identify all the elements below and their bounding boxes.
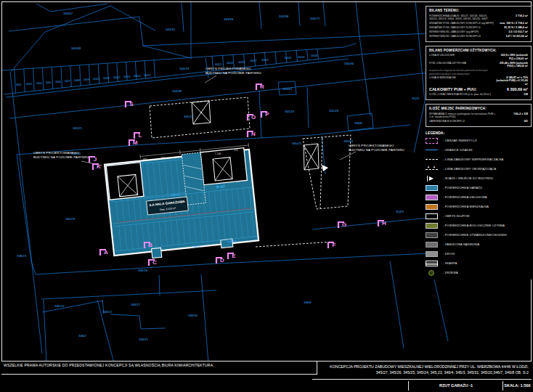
parcel-label: 345/23 — [285, 110, 295, 113]
parcel-label: 344/31 — [285, 57, 292, 60]
parcel-label: 344/8 — [74, 79, 80, 82]
panel-row: POW. USŁUGOWA UŻYTKOWA235,44 x 80% (wska… — [429, 62, 528, 68]
legend-item: - OBRYS SŁUPÓW — [426, 213, 532, 219]
panel-row-value: 141 — [496, 120, 528, 123]
legend-item-label: - GRANICE DZIAŁEK — [443, 148, 473, 152]
parcel-label: 344/7 — [65, 80, 70, 83]
outline-annotation-line2: BUDYNKU NA POZIOMIE PARTERU — [349, 148, 404, 152]
parcel-label: 344/13 — [123, 75, 131, 78]
legend-item-label: - SKARPA — [443, 261, 457, 265]
entrance-letter: K — [97, 163, 101, 170]
legend-item: - POWIERZCHNIE UTWARDZONE/CHODNIKI — [426, 232, 532, 238]
legend-item-label: - POWIERZCHNIA GARAŻU — [443, 186, 482, 189]
panel-row: WSKAŹNIK POW. ZABUDOWY KONCEPCJI91,15 % … — [429, 26, 528, 29]
ground-floor-outline-north — [150, 97, 250, 138]
outline-annotation-line1: OBRYS PROJEKTOWANEGO — [33, 151, 79, 155]
total-pum-value: 6 300,69 m² — [490, 87, 528, 92]
setback-line-swatch — [426, 157, 438, 163]
parcel-label: 345/20 — [227, 240, 237, 243]
parcel-label: 346/4 — [192, 245, 200, 248]
parcel-label: 346/17 — [131, 303, 141, 306]
panel-row: WSKAŹNIK POW. ZABUDOWY KONCEPCJI (wg MPZ… — [429, 22, 528, 25]
legend-item: - SKARPA — [426, 261, 532, 266]
parcel-label: 343/32 — [282, 87, 293, 91]
parking-title: ILOŚĆ MIEJSC PARKINGOWYCH: — [429, 107, 528, 110]
parcel-label: 344/38 — [172, 89, 182, 93]
entrance-letter: N — [251, 131, 256, 137]
legend-item-label: - POWIERZCHNIA BIOLOGICZNIE CZYNNA — [443, 224, 505, 227]
legend-item: - DROGI — [426, 251, 532, 257]
drawing-scale: SKALA: 1:500 — [503, 381, 532, 391]
parcel-label: 346/18 — [138, 269, 148, 272]
parcel-label: 345/28 — [329, 109, 339, 113]
legend-item: - OBSZAR INWESTYCJI — [426, 138, 532, 144]
outline-annotation-line1: OBRYS PROJEKTOWANEGO — [349, 144, 394, 147]
legend-item-label: - POWIERZCHNIE UTWARDZONE/CHODNIKI — [443, 233, 507, 237]
legend-item-label: - OBRYS SŁUPÓW — [443, 214, 470, 218]
parcel-label: 344/25 — [238, 61, 245, 64]
legend-item: - POWIERZCHNIA USŁUGOWA — [426, 195, 532, 200]
mandatory-line-swatch — [426, 166, 438, 172]
legend-item: - ZABUDOWA SĄSIEDNIA — [426, 242, 532, 248]
parcel-label: 344/10 — [93, 78, 100, 81]
parcel-label: 343/39 — [224, 17, 234, 21]
legend-item-label: - POWIERZCHNIA MIESZKALNA — [443, 205, 489, 208]
total-pum-label: CAŁKOWITY PUM + PUU: — [429, 87, 490, 92]
parcel-label: 344/9 — [84, 78, 89, 81]
dimension-value: 1 140 — [215, 152, 221, 155]
legend-item: - POWIERZCHNIA GARAŻU — [426, 185, 532, 191]
parcel-label: 343/38 — [279, 15, 289, 18]
panel-row-label: POW. USŁUGOWA UŻYTKOWA — [429, 62, 496, 65]
panel-row-label: INTENSYWNOŚĆ ZABUDOWY KONCEPCJI — [429, 35, 496, 38]
entrance-letter: P — [265, 111, 269, 118]
parcel-label: 344/27 — [250, 60, 257, 62]
green-area-swatch — [426, 223, 438, 229]
parcel-label: 354/9 — [396, 210, 404, 213]
parcel-label: 338/23 — [17, 254, 27, 258]
panel-row: POWIERZCHNIA DZIAŁKI: 345/27, 345/26, 34… — [429, 15, 528, 21]
panel-row-value: 262,9 x 90% (wskaźnik PU) = 236,61 m² — [496, 54, 528, 60]
panel-row-label: POWIERZCHNIA DZIAŁKI: 345/27, 345/26, 34… — [429, 15, 496, 21]
info-panel: BILANS TERENU: POWIERZCHNIA DZIAŁKI: 345… — [426, 6, 532, 279]
residential-fill-swatch — [426, 204, 438, 210]
entrance-letter: O — [251, 114, 256, 121]
entrance-letter: B — [148, 242, 152, 248]
legend-item: - LINIA ZABUDOWY NIEPRZEKRACZALNA — [426, 157, 532, 163]
copyright-text: WSZELKIE PRAWA AUTORSKIE DO PRZEDSTAWION… — [4, 363, 214, 367]
entrance-letter: A — [104, 249, 108, 256]
service-fill-swatch — [426, 195, 438, 200]
units-count-row: ILOŚĆ LOKALI MIESZKALNYCH (o śr. pow. 44… — [429, 93, 528, 96]
usable-area-box: BILANS POWIERZCHNI UŻYTKOWYCH: LOKALE US… — [426, 46, 532, 100]
parcel-label: 343/73 — [310, 17, 320, 20]
dimension-value: 865 — [143, 158, 147, 161]
garage-hall: 0.A HALA GARAŻOWA Pow. 3 423 m² P-47 — [104, 143, 259, 262]
legend-item-label: - OBSZAR INWESTYCJI — [443, 139, 477, 142]
legend: LEGENDA: - OBSZAR INWESTYCJI- GRANICE DZ… — [426, 131, 532, 276]
parcel-label: 346/16 — [188, 314, 198, 317]
parcel-label: 345/24 — [343, 139, 354, 143]
paved-area-swatch — [426, 232, 438, 238]
panel-row-label: ZAPEWNIONA W KONCEPCJI — [429, 120, 496, 123]
column-outline-swatch — [426, 213, 438, 219]
slope-hatch-swatch — [426, 261, 438, 266]
parcel-label: 344/2 — [16, 83, 22, 86]
parcel-label: 344/4 — [36, 82, 42, 85]
parcel-label: 345/25 — [292, 142, 302, 145]
panel-row-value: max. 100 % / 3 718,2 m² — [496, 22, 528, 25]
panel-note: do powierzchni usługowej nie wliczono po… — [429, 69, 528, 72]
drawing-name: RZUT GARAŻU -1 — [408, 381, 503, 391]
ground-floor-outline-east — [303, 135, 351, 209]
parking-box: ILOŚĆ MIEJSC PARKINGOWYCH: WYMAGANA (1 m… — [426, 104, 532, 127]
units-count-value: 138 — [496, 93, 528, 96]
entrance-letter: D — [220, 257, 224, 264]
entrance-letter: S — [129, 101, 134, 107]
legend-item-label: - POWIERZCHNIA USŁUGOWA — [443, 195, 487, 199]
parcel-label: 346/6 — [304, 301, 312, 304]
dimension-value: 255 — [234, 149, 238, 152]
panel-row: INTENSYWNOŚĆ ZABUDOWY (wg MPZP)3,5 / 13 … — [429, 30, 528, 33]
parcel-label: 344/5 — [46, 81, 52, 84]
legend-item: - LINIA ZABUDOWY OBOWIĄZUJĄCA — [426, 166, 532, 172]
units-count-label: ILOŚĆ LOKALI MIESZKALNYCH (o śr. pow. 44… — [429, 93, 496, 96]
parcel-label: 344/12 — [113, 76, 121, 79]
site-balance-box: BILANS TERENU: POWIERZCHNIA DZIAŁKI: 345… — [426, 6, 532, 42]
